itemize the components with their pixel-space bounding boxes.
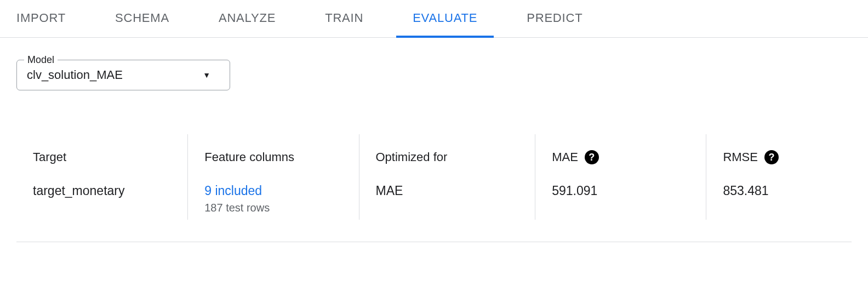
content-area: Model clv_solution_MAE ▼ Target target_m… [0,38,868,242]
metric-target: Target target_monetary [16,134,187,220]
metrics-row: Target target_monetary Feature columns 9… [16,134,852,242]
metric-optimized-for-value: MAE [376,184,519,198]
help-icon[interactable]: ? [764,150,779,164]
metric-rmse-value: 853.481 [723,184,835,198]
model-select-label: Model [24,54,58,66]
metric-rmse: RMSE ? 853.481 [706,134,852,220]
metric-optimized-for-header: Optimized for [376,140,519,175]
metric-mae-value: 591.091 [552,184,689,198]
model-select-wrapper: Model clv_solution_MAE ▼ [16,60,230,90]
metric-target-header: Target [33,140,171,175]
tab-schema[interactable]: SCHEMA [115,0,169,37]
metric-feature-columns: Feature columns 9 included 187 test rows [187,134,358,220]
tab-bar: IMPORT SCHEMA ANALYZE TRAIN EVALUATE PRE… [0,0,868,38]
metric-feature-columns-sub: 187 test rows [204,202,342,214]
tab-import[interactable]: IMPORT [16,0,66,37]
tab-evaluate[interactable]: EVALUATE [413,0,477,37]
metric-feature-columns-header: Feature columns [204,140,342,175]
model-select-value: clv_solution_MAE [27,68,123,82]
tab-analyze[interactable]: ANALYZE [219,0,276,37]
tab-train[interactable]: TRAIN [325,0,363,37]
help-icon[interactable]: ? [585,150,599,164]
metric-optimized-for: Optimized for MAE [359,134,535,220]
metric-rmse-header-text: RMSE [723,150,758,164]
metric-mae: MAE ? 591.091 [535,134,706,220]
metric-rmse-header: RMSE ? [723,140,835,175]
metric-mae-header-text: MAE [552,150,578,164]
chevron-down-icon: ▼ [203,71,210,79]
tab-predict[interactable]: PREDICT [527,0,583,37]
metric-mae-header: MAE ? [552,140,689,175]
metric-feature-columns-link[interactable]: 9 included [204,184,342,198]
metric-target-value: target_monetary [33,184,171,198]
